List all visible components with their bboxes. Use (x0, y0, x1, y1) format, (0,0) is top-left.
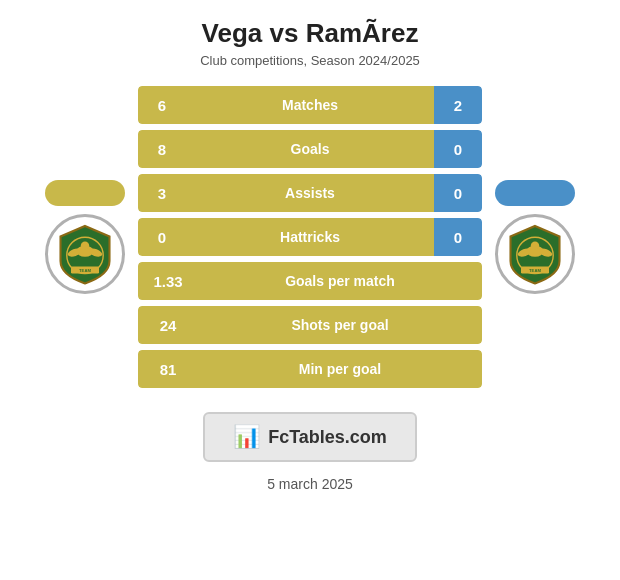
page: Vega vs RamÃrez Club competitions, Seaso… (0, 0, 620, 580)
hattricks-label: Hattricks (186, 218, 434, 256)
goals-per-match-value: 1.33 (138, 262, 198, 300)
svg-point-9 (531, 241, 539, 249)
shots-per-goal-value: 24 (138, 306, 198, 344)
right-team-area: TEAM (490, 180, 580, 294)
goals-left-value: 8 (138, 130, 186, 168)
svg-point-2 (81, 241, 89, 249)
stats-column: 6 Matches 2 8 Goals 0 3 Assists 0 0 Hatt… (130, 86, 490, 388)
matches-left-value: 6 (138, 86, 186, 124)
hattricks-right-value: 0 (434, 218, 482, 256)
svg-text:TEAM: TEAM (529, 268, 541, 273)
brand-icon: 📊 (233, 424, 260, 450)
goals-right-value: 0 (434, 130, 482, 168)
assists-right-value: 0 (434, 174, 482, 212)
stat-row-matches: 6 Matches 2 (138, 86, 482, 124)
stat-row-min-per-goal: 81 Min per goal (138, 350, 482, 388)
left-top-bar (45, 180, 125, 206)
stat-row-goals-per-match: 1.33 Goals per match (138, 262, 482, 300)
match-subtitle: Club competitions, Season 2024/2025 (0, 53, 620, 68)
stat-row-hattricks: 0 Hattricks 0 (138, 218, 482, 256)
goals-label: Goals (186, 130, 434, 168)
right-team-logo: TEAM (495, 214, 575, 294)
match-date: 5 march 2025 (267, 476, 353, 492)
stat-row-goals: 8 Goals 0 (138, 130, 482, 168)
left-team-area: TEAM (40, 180, 130, 294)
match-title: Vega vs RamÃrez (0, 18, 620, 49)
left-team-emblem: TEAM (50, 219, 120, 289)
goals-per-match-label: Goals per match (198, 262, 482, 300)
main-content: TEAM 6 Matches 2 8 Goals 0 3 Assists 0 (0, 76, 620, 398)
stat-row-shots-per-goal: 24 Shots per goal (138, 306, 482, 344)
header: Vega vs RamÃrez Club competitions, Seaso… (0, 0, 620, 76)
shots-per-goal-label: Shots per goal (198, 306, 482, 344)
left-team-logo: TEAM (45, 214, 125, 294)
min-per-goal-label: Min per goal (198, 350, 482, 388)
brand-box: 📊 FcTables.com (203, 412, 417, 462)
assists-label: Assists (186, 174, 434, 212)
stat-row-assists: 3 Assists 0 (138, 174, 482, 212)
assists-left-value: 3 (138, 174, 186, 212)
min-per-goal-value: 81 (138, 350, 198, 388)
hattricks-left-value: 0 (138, 218, 186, 256)
matches-label: Matches (186, 86, 434, 124)
right-top-bar (495, 180, 575, 206)
brand-text: FcTables.com (268, 427, 387, 448)
matches-right-value: 2 (434, 86, 482, 124)
svg-text:TEAM: TEAM (79, 268, 91, 273)
right-team-emblem: TEAM (500, 219, 570, 289)
